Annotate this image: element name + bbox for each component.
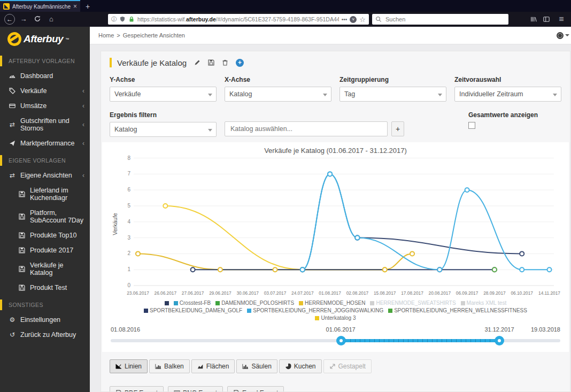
legend-label: DAMENMODE_POLOSHIRTS xyxy=(221,300,294,306)
pocket-icon[interactable]: v xyxy=(350,16,357,23)
info-icon[interactable]: ⓘ xyxy=(111,16,117,23)
svg-text:7: 7 xyxy=(127,171,130,176)
legend-swatch xyxy=(315,316,319,320)
legend-item[interactable] xyxy=(165,300,169,306)
search-input[interactable] xyxy=(384,16,505,23)
legend-swatch xyxy=(388,309,392,313)
sidebar-saved-view[interactable]: Lieferland im Kuchendiagr xyxy=(0,183,90,205)
add-filter-button[interactable]: + xyxy=(391,121,404,136)
chart-area: Verkäufe je Katalog (01.06.2017 - 31.12.… xyxy=(102,142,569,352)
legend-item[interactable]: Mareks XML test xyxy=(461,300,507,306)
x-axis-select[interactable]: Katalog xyxy=(225,87,331,102)
slider-handle-end[interactable] xyxy=(495,336,504,345)
chart-type-balken-button[interactable]: Balken xyxy=(149,359,190,373)
filter-value-field[interactable] xyxy=(225,121,388,136)
legend-item[interactable]: SPORTBEKLEIDUNG_HERREN_JOGGINGWALKING xyxy=(247,308,383,313)
bookmark-star-icon[interactable]: ☆ xyxy=(359,16,366,24)
totals-checkbox[interactable] xyxy=(468,122,475,129)
search-bar[interactable] xyxy=(372,14,508,25)
sidebar-item-verkaeufe[interactable]: Verkäufe ‹ xyxy=(0,83,90,98)
time-preset-select[interactable]: Individueller Zeitraum xyxy=(454,87,561,102)
svg-text:27.06.2017: 27.06.2017 xyxy=(181,290,204,296)
legend-item[interactable]: HERRENMODE_HOSEN xyxy=(299,300,365,306)
browser-tab-strip: Afterbuy Kaufmännische Über × + xyxy=(0,0,571,12)
sidebar-item-gutschriften[interactable]: ⇄ Gutschriften und Stornos ‹ xyxy=(0,113,90,136)
slider-from-label: 01.06.2017 xyxy=(326,326,356,333)
language-selector[interactable] xyxy=(557,32,569,39)
svg-text:1: 1 xyxy=(127,266,130,272)
pdf-export-button[interactable]: PDF Export xyxy=(110,386,164,392)
svg-text:14.11.2017: 14.11.2017 xyxy=(538,290,560,296)
url-text[interactable]: https://statistics-wif.afterbuy.de/#/dyn… xyxy=(137,16,339,22)
menu-icon[interactable]: ≡ xyxy=(556,14,567,25)
edit-button[interactable] xyxy=(194,58,200,67)
y-axis-select[interactable]: Verkäufe xyxy=(110,87,217,102)
breadcrumb-home[interactable]: Home xyxy=(98,32,114,39)
filter-type-select[interactable]: Katalog xyxy=(110,122,217,137)
svg-text:8: 8 xyxy=(127,156,130,161)
chart-type-flaechen-button[interactable]: Flächen xyxy=(191,359,235,373)
dropdown-caret-icon xyxy=(553,94,557,96)
chart-type-saeulen-button[interactable]: Säulen xyxy=(236,359,277,373)
shield-icon[interactable] xyxy=(119,16,126,22)
back-icon[interactable]: ← xyxy=(4,14,15,25)
search-icon xyxy=(375,16,382,22)
dropdown-caret-icon xyxy=(323,94,327,96)
x-axis-label: X-Achse xyxy=(225,76,331,83)
svg-text:06.09.2017: 06.09.2017 xyxy=(456,290,478,296)
delete-view-button[interactable] xyxy=(222,58,228,67)
afterbuy-logo[interactable]: Afterbuy ™ xyxy=(0,27,90,51)
sidebar-item-eigene-ansichten[interactable]: ⇄ Eigene Ansichten ‹ xyxy=(0,168,90,183)
chart-type-gestapelt-button: Gestapelt xyxy=(323,359,372,373)
page-actions-icon[interactable]: ••• xyxy=(342,17,348,22)
exchange-icon: ⇄ xyxy=(9,172,16,179)
filter-value-input[interactable] xyxy=(229,125,383,133)
sidebar-item-einstellungen[interactable]: ⚙ Einstellungen xyxy=(0,312,90,327)
forward-icon[interactable]: → xyxy=(18,14,29,25)
legend-item[interactable]: DAMENMODE_POLOSHIRTS xyxy=(215,300,294,306)
slider-selected-range[interactable] xyxy=(341,339,500,342)
sidebar-toggle-icon[interactable] xyxy=(543,16,550,22)
legend-label: SPORTBEKLEIDUNG_HERREN_JOGGINGWALKING xyxy=(253,308,383,313)
view-title: Verkäufe je Katalog xyxy=(117,58,187,67)
breadcrumb-current: Gespeicherte Ansichten xyxy=(123,32,185,39)
sidebar-item-dashboard[interactable]: Dashboard xyxy=(0,68,90,83)
sidebar-item-umsaetze[interactable]: Umsätze ‹ xyxy=(0,98,90,113)
tab-close-icon[interactable]: × xyxy=(73,3,77,10)
excel-export-button[interactable]: Excel Export xyxy=(227,386,284,392)
legend-item[interactable]: HERRENMODE_SWEATSHIRTS xyxy=(370,300,456,306)
add-view-button[interactable]: + xyxy=(236,59,244,67)
home-icon[interactable]: ⌂ xyxy=(46,14,57,25)
sidebar-item-marktperformance[interactable]: Marktperformance ‹ xyxy=(0,136,90,151)
legend-item[interactable]: SPORTBEKLEIDUNG_HERREN_WELLNESSFITNESS xyxy=(388,308,527,313)
svg-text:24.07.2017: 24.07.2017 xyxy=(291,290,314,296)
browser-tab[interactable]: Afterbuy Kaufmännische Über × xyxy=(0,0,80,12)
reload-icon[interactable] xyxy=(32,14,43,25)
legend-item[interactable]: Crosstest-FB xyxy=(174,300,211,306)
chart-type-linien-button[interactable]: Linien xyxy=(110,359,148,373)
sidebar-saved-view[interactable]: Produkte 2017 xyxy=(0,243,90,258)
time-group-select[interactable]: Tag xyxy=(339,87,446,102)
chart-type-kuchen-button[interactable]: Kuchen xyxy=(279,359,322,373)
sidebar-item-zurueck[interactable]: ↺ Zurück zu Afterbuy xyxy=(0,327,90,342)
sidebar-saved-view[interactable]: Produkte Top10 xyxy=(0,228,90,243)
legend-swatch xyxy=(165,301,169,305)
lock-icon[interactable] xyxy=(128,16,135,22)
slider-max-label: 19.03.2018 xyxy=(531,326,560,333)
sidebar-saved-view-current[interactable]: Verkäufe je Katalog xyxy=(0,258,90,280)
library-icon[interactable] xyxy=(530,16,537,22)
save-view-button[interactable] xyxy=(208,58,214,67)
url-bar[interactable]: ⓘ https://statistics-wif.afterbuy.de/#/d… xyxy=(108,14,369,25)
legend-swatch xyxy=(215,301,220,305)
sidebar-saved-view[interactable]: Platform, SubAccount 7Day xyxy=(0,205,90,228)
sidebar-saved-view[interactable]: Produkt Test xyxy=(0,280,90,295)
new-tab-button[interactable]: + xyxy=(86,2,90,12)
slider-handle-start[interactable] xyxy=(336,336,346,345)
png-export-button[interactable]: PNG Export xyxy=(168,386,223,392)
globe-icon xyxy=(557,32,564,39)
svg-text:4: 4 xyxy=(127,219,130,225)
legend-item[interactable]: Unterkatalog 3 xyxy=(315,315,356,321)
legend-item[interactable]: SPORTBEKLEIDUNG_DAMEN_GOLF xyxy=(144,308,242,313)
time-range-slider[interactable]: 01.08.2016 01.06.2017 31.12.2017 19.03.2… xyxy=(111,326,560,352)
chevron-left-icon: ‹ xyxy=(82,121,84,128)
